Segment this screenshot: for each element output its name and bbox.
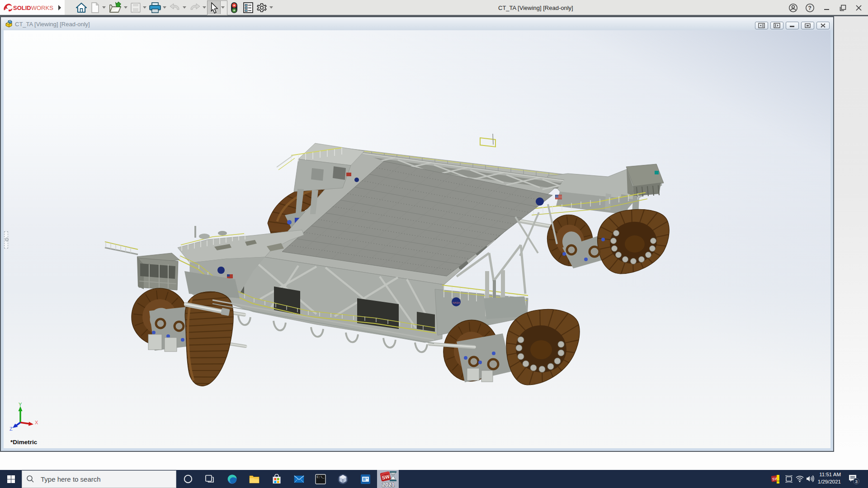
svg-text:X: X bbox=[35, 420, 38, 425]
svg-text:?: ? bbox=[808, 5, 811, 11]
svg-text:SOLIDWORKS: SOLIDWORKS bbox=[13, 5, 53, 11]
svg-text:NASA: NASA bbox=[453, 301, 460, 304]
svg-text:2021: 2021 bbox=[382, 482, 395, 488]
svg-text:C:\_: C:\_ bbox=[317, 475, 325, 479]
svg-text:3: 3 bbox=[855, 479, 858, 484]
svg-text:Z: Z bbox=[9, 426, 13, 432]
